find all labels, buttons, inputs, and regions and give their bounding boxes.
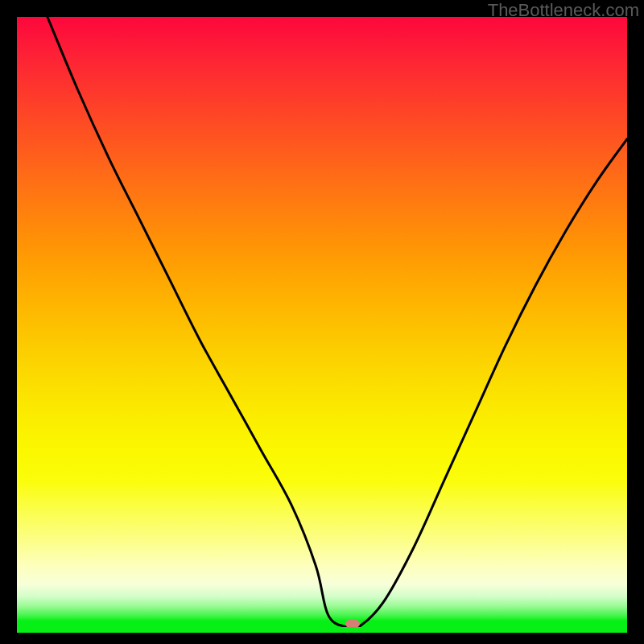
chart-frame: TheBottleneck.com [0,0,644,644]
curve-path [47,17,627,627]
attribution-label: TheBottleneck.com [488,0,639,21]
bottleneck-curve [17,17,627,627]
plot-area [17,17,627,627]
base-green-strip [17,627,627,633]
minimum-marker-icon [345,619,360,627]
